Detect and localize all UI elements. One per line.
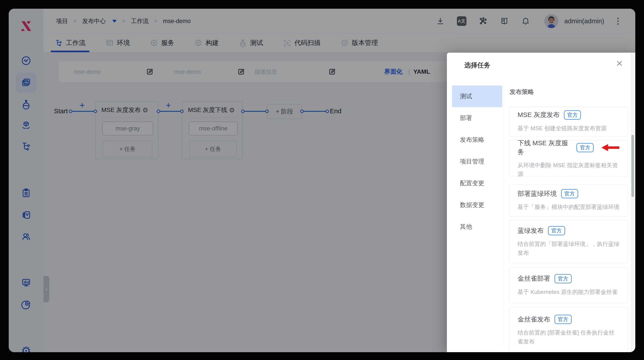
task-description: 从环境中删除 MSE 指定灰度标签相关资源 [518, 161, 620, 178]
official-badge: 官方 [554, 274, 572, 283]
select-task-drawer: 选择任务 ✕ 测试 部署 发布策略 项目管理 配置变更 数据变更 其他 发布策略… [447, 53, 635, 352]
category-label: 数据变更 [460, 201, 484, 209]
category-label: 项目管理 [460, 157, 484, 166]
category-deploy[interactable]: 部署 [452, 107, 502, 129]
task-card-title-row: 金丝雀发布 官方 [518, 315, 620, 324]
task-description: 基于 Kubernetes 原生的能力部署金丝雀 [518, 288, 620, 296]
task-title: 蓝绿发布 [518, 226, 544, 235]
task-title: 下线 MSE 灰度服务 [518, 139, 572, 157]
task-card-title-row: MSE 灰度发布 官方 [518, 110, 620, 120]
task-card-canary-deploy[interactable]: 金丝雀部署 官方 基于 Kubernetes 原生的能力部署金丝雀 [509, 267, 628, 303]
category-label: 部署 [460, 114, 472, 122]
task-title: 部署蓝绿环境 [518, 189, 557, 198]
task-card-title-row: 部署蓝绿环境 官方 [518, 189, 620, 198]
category-test[interactable]: 测试 [452, 85, 502, 107]
task-title: MSE 灰度发布 [518, 110, 560, 119]
category-label: 其他 [460, 223, 472, 231]
task-category-list: 测试 部署 发布策略 项目管理 配置变更 数据变更 其他 [452, 85, 502, 238]
task-title: 金丝雀部署 [518, 274, 550, 283]
task-card-canary-release[interactable]: 金丝雀发布 官方 结合前置的 [部署金丝雀] 任务执行金丝雀发布 [509, 307, 628, 352]
official-badge: 官方 [561, 189, 578, 198]
drawer-title: 选择任务 [464, 61, 490, 70]
official-badge: 官方 [564, 110, 581, 120]
category-data-change[interactable]: 数据变更 [452, 194, 502, 216]
official-badge: 官方 [554, 315, 572, 324]
task-title: 金丝雀发布 [518, 315, 550, 324]
close-icon[interactable]: ✕ [616, 59, 623, 68]
app-window: PM ⚙ › 项目 [9, 9, 635, 352]
task-description: 基于 MSE 创建全链路灰度发布资源 [518, 124, 620, 133]
task-card-blue-green-release[interactable]: 蓝绿发布 官方 结合前置的「部署蓝绿环境」，执行蓝绿发布 [509, 220, 628, 263]
annotation-arrow-icon [601, 144, 620, 152]
official-badge: 官方 [576, 143, 594, 152]
category-project-management[interactable]: 项目管理 [452, 151, 502, 172]
task-card-title-row: 金丝雀部署 官方 [518, 274, 620, 283]
task-description: 结合前置的 [部署金丝雀] 任务执行金丝雀发布 [518, 328, 620, 346]
task-card-title-row: 下线 MSE 灰度服务 官方 [518, 139, 620, 157]
category-label: 测试 [460, 92, 472, 100]
task-card-deploy-blue-green-env[interactable]: 部署蓝绿环境 官方 基于「服务」模块中的配置部署蓝绿环境 [509, 184, 628, 216]
task-description: 结合前置的「部署蓝绿环境」，执行蓝绿发布 [518, 240, 620, 257]
category-label: 发布策略 [460, 136, 484, 144]
category-release-strategy[interactable]: 发布策略 [452, 129, 502, 151]
category-divider [503, 85, 503, 346]
category-other[interactable]: 其他 [452, 216, 502, 238]
drawer-scrollbar-track [630, 53, 635, 352]
task-description: 基于「服务」模块中的配置部署蓝绿环境 [518, 203, 620, 211]
category-config-change[interactable]: 配置变更 [452, 172, 502, 194]
section-title: 发布策略 [510, 88, 534, 96]
drawer-scrollbar-thumb[interactable] [632, 135, 634, 197]
task-card-mse-gray-release[interactable]: MSE 灰度发布 官方 基于 MSE 创建全链路灰度发布资源 [509, 106, 628, 136]
task-card-offline-mse-gray[interactable]: 下线 MSE 灰度服务 官方 从环境中删除 MSE 指定灰度标签相关资源 [509, 140, 628, 177]
task-card-title-row: 蓝绿发布 官方 [518, 226, 620, 235]
official-badge: 官方 [548, 226, 565, 235]
category-label: 配置变更 [460, 179, 484, 187]
